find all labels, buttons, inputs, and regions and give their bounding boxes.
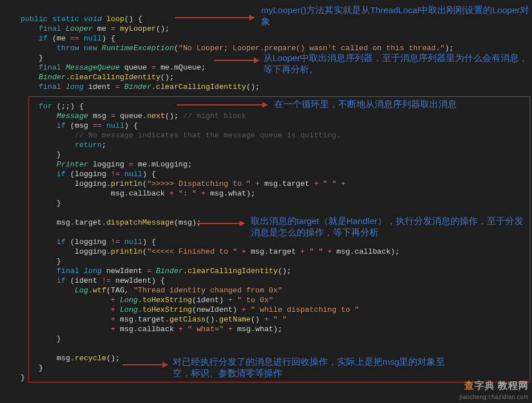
punct: ) { <box>101 34 115 43</box>
comment: // might block <box>178 112 246 120</box>
ident: newIdent <box>115 276 151 285</box>
punct: ; <box>201 63 206 72</box>
ident: msg <box>178 218 192 227</box>
method: clearCallingIdentity <box>188 267 278 275</box>
ident: callback <box>355 247 391 256</box>
string: " " <box>310 247 323 256</box>
ident: me <box>56 34 66 43</box>
method: println <box>111 247 142 256</box>
punct: ; <box>188 160 192 169</box>
kw: for <box>39 102 52 111</box>
dot: . <box>70 218 75 227</box>
brace: } <box>39 364 43 372</box>
ident: target <box>269 247 295 256</box>
annotation-dispatch: 取出消息的target（就是Handler），执行分发消息的操作，至于分发消息是… <box>251 215 525 238</box>
punct: (); <box>278 267 291 275</box>
op: + <box>300 247 305 256</box>
ident: queue <box>124 63 147 72</box>
string: "Thread identity changed from 0x" <box>133 286 282 295</box>
op: + <box>111 325 115 333</box>
op: + <box>314 180 319 188</box>
op: + <box>242 247 246 256</box>
punct: , <box>124 286 129 295</box>
method: getName <box>219 315 250 324</box>
method: clearCallingIdentity <box>70 73 160 82</box>
dot: . <box>70 354 75 363</box>
annotation-myLooper: myLooper()方法其实就是从ThreadLocal中取出刚刚设置的Loop… <box>261 5 529 27</box>
string: "<<<<< Finished to " <box>147 247 237 256</box>
method: recycle <box>75 354 106 363</box>
kw: null <box>124 238 143 246</box>
kw: if <box>56 121 66 130</box>
dot: . <box>165 315 169 324</box>
type: MessageQueue <box>66 63 120 72</box>
type: Long <box>120 296 138 304</box>
punct: ); <box>273 325 282 333</box>
punct: ( <box>192 296 197 304</box>
punct: ); <box>246 189 255 198</box>
op: == <box>70 34 79 43</box>
ident: target <box>282 180 309 188</box>
annotation-recycle: 对已经执行分发了的消息进行回收操作，实际上是把msg里的对象至空，标识、参数清零… <box>173 356 446 379</box>
dot: . <box>224 189 228 198</box>
ident: mQueue <box>174 63 201 72</box>
ident: msg <box>237 325 251 333</box>
string: "No Looper; Looper.prepare() wasn't call… <box>178 44 445 52</box>
kw: null <box>106 121 124 130</box>
type: Looper <box>66 25 92 33</box>
brace: } <box>56 335 61 343</box>
kw: static <box>52 15 79 23</box>
punct: () <box>124 15 133 23</box>
ident: target <box>75 218 101 227</box>
ident: TAG <box>111 286 124 295</box>
method-name: loop <box>106 15 124 23</box>
kw: null <box>84 34 102 43</box>
string: " " <box>273 315 287 324</box>
watermark-text: 查字典 教程网 <box>464 379 529 392</box>
dot: . <box>278 180 282 188</box>
method: toHexString <box>143 306 192 314</box>
punct: ( <box>70 170 75 178</box>
op: != <box>111 170 120 178</box>
dot: . <box>66 73 70 82</box>
op: + <box>178 325 183 333</box>
type: Printer <box>56 160 88 169</box>
string: " " <box>323 180 336 188</box>
kw: if <box>56 276 66 285</box>
method: dispatchMessage <box>106 218 174 227</box>
op: = <box>111 112 115 120</box>
punct: (); <box>165 112 178 120</box>
punct: ( <box>192 306 197 314</box>
op: + <box>111 306 115 314</box>
punct: ); <box>445 44 454 52</box>
brace: } <box>56 257 61 266</box>
kw: null <box>124 170 143 178</box>
ident: what <box>228 189 246 198</box>
ident: logging <box>75 247 106 256</box>
string: " while dispatching to " <box>251 306 359 314</box>
ident: logging <box>75 238 106 246</box>
ident: logging <box>75 170 106 178</box>
op: + <box>228 296 233 304</box>
punct: (;;) { <box>56 102 83 111</box>
ident: msg <box>56 218 70 227</box>
punct: ) { <box>124 121 138 130</box>
op: != <box>111 238 120 246</box>
dot: . <box>88 286 93 295</box>
watermark-url: jiaocheng.chazidian.com <box>460 394 529 400</box>
dot: . <box>251 325 255 333</box>
dot: . <box>143 112 147 120</box>
kw: if <box>56 238 66 246</box>
type: Message <box>56 112 88 120</box>
method: next <box>147 112 165 120</box>
ident: me <box>160 63 169 72</box>
method: clearCallingIdentity <box>156 83 246 91</box>
punct: ) { <box>152 276 165 285</box>
op: + <box>255 180 260 188</box>
kw: new <box>84 44 98 52</box>
method: myLooper <box>120 25 156 33</box>
ident: msg <box>120 315 133 324</box>
ident: ident <box>88 83 111 91</box>
dot: . <box>138 296 143 304</box>
ident: mLogging <box>152 160 188 169</box>
